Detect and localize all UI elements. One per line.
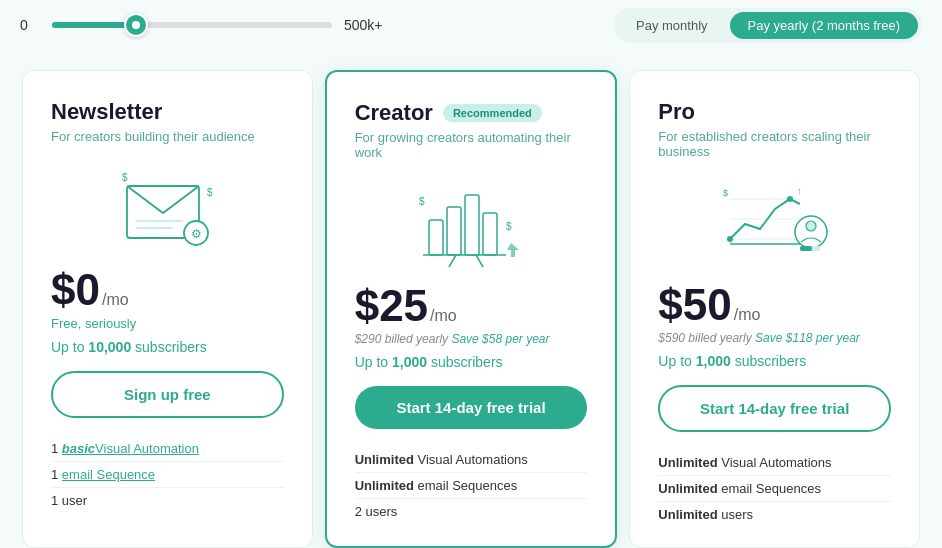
pay-yearly-button[interactable]: Pay yearly (2 months free): [730, 12, 918, 39]
pro-features-list: Unlimited Visual Automations Unlimited e…: [658, 450, 891, 527]
svg-rect-28: [800, 246, 812, 251]
newsletter-feature-2: 1 email Sequence: [51, 461, 284, 487]
newsletter-price-row: $0 /mo: [51, 268, 284, 312]
newsletter-cta-button[interactable]: Sign up free: [51, 371, 284, 418]
creator-price: $25: [355, 284, 428, 328]
svg-text:$: $: [207, 187, 213, 198]
newsletter-sub-prefix: Up to: [51, 339, 88, 355]
pro-plan-header: Pro: [658, 99, 891, 125]
newsletter-price-note: Free, seriously: [51, 316, 284, 331]
creator-illustration: $ $: [355, 172, 588, 272]
pro-subscribers: Up to 1,000 subscribers: [658, 353, 891, 369]
pro-plan-card: Pro For established creators scaling the…: [629, 70, 920, 548]
pro-price-sub: $590 billed yearly Save $118 per year: [658, 331, 891, 345]
svg-rect-7: [429, 220, 443, 255]
pay-monthly-button[interactable]: Pay monthly: [618, 12, 726, 39]
pro-sub-prefix: Up to: [658, 353, 695, 369]
newsletter-feature-3: 1 user: [51, 487, 284, 513]
pro-feature-3: Unlimited users: [658, 501, 891, 527]
pro-feature-1: Unlimited Visual Automations: [658, 450, 891, 475]
pro-chart-svg: $ ↑: [715, 174, 835, 269]
svg-line-13: [476, 255, 483, 267]
slider-min-label: 0: [20, 17, 40, 33]
pro-price: $50: [658, 283, 731, 327]
creator-yearly-price: $290 billed yearly: [355, 332, 448, 346]
newsletter-features-list: 1 basicVisual Automation 1 email Sequenc…: [51, 436, 284, 513]
svg-text:↑: ↑: [797, 186, 802, 196]
pro-plan-name: Pro: [658, 99, 695, 125]
pro-price-save: Save $118 per year: [755, 331, 860, 345]
envelope-svg: ⚙ $ $: [112, 161, 222, 251]
pro-sub-suffix: subscribers: [731, 353, 806, 369]
pro-price-row: $50 /mo: [658, 283, 891, 327]
svg-point-21: [787, 196, 793, 202]
creator-sub-count: 1,000: [392, 354, 427, 370]
newsletter-illustration: ⚙ $ $: [51, 156, 284, 256]
creator-period: /mo: [430, 307, 457, 325]
newsletter-feature-1: 1 basicVisual Automation: [51, 436, 284, 461]
creator-feature-2: Unlimited email Sequences: [355, 472, 588, 498]
slider-thumb[interactable]: [124, 13, 148, 37]
svg-line-12: [449, 255, 456, 267]
newsletter-period: /mo: [102, 291, 129, 309]
creator-chart-svg: $ $: [411, 175, 531, 270]
pro-illustration: $ ↑: [658, 171, 891, 271]
svg-rect-10: [483, 213, 497, 255]
creator-plan-name: Creator: [355, 100, 433, 126]
plans-container: Newsletter For creators building their a…: [0, 50, 942, 548]
svg-point-20: [727, 236, 733, 242]
creator-plan-card: Creator Recommended For growing creators…: [325, 70, 618, 548]
creator-sub-prefix: Up to: [355, 354, 392, 370]
top-bar: 0 500k+ Pay monthly Pay yearly (2 months…: [0, 0, 942, 50]
svg-text:$: $: [723, 188, 728, 198]
svg-text:$: $: [122, 172, 128, 183]
creator-feature-3: 2 users: [355, 498, 588, 524]
newsletter-plan-name: Newsletter: [51, 99, 162, 125]
newsletter-subscribers: Up to 10,000 subscribers: [51, 339, 284, 355]
pro-period: /mo: [734, 306, 761, 324]
newsletter-plan-card: Newsletter For creators building their a…: [22, 70, 313, 548]
pro-yearly-price: $590 billed yearly: [658, 331, 751, 345]
pro-sub-count: 1,000: [696, 353, 731, 369]
slider-thumb-inner: [132, 21, 140, 29]
svg-text:$: $: [419, 196, 425, 207]
creator-cta-button[interactable]: Start 14-day free trial: [355, 386, 588, 429]
pro-cta-button[interactable]: Start 14-day free trial: [658, 385, 891, 432]
newsletter-sub-suffix: subscribers: [131, 339, 206, 355]
creator-plan-header: Creator Recommended: [355, 100, 588, 126]
subscriber-slider-section: 0 500k+: [20, 17, 614, 33]
svg-text:$: $: [506, 221, 512, 232]
newsletter-plan-header: Newsletter: [51, 99, 284, 125]
svg-point-24: [806, 221, 816, 231]
creator-sub-suffix: subscribers: [427, 354, 502, 370]
svg-text:⚙: ⚙: [191, 227, 202, 241]
creator-feature-1: Unlimited Visual Automations: [355, 447, 588, 472]
creator-subscribers: Up to 1,000 subscribers: [355, 354, 588, 370]
creator-price-row: $25 /mo: [355, 284, 588, 328]
newsletter-price: $0: [51, 268, 100, 312]
creator-plan-subtitle: For growing creators automating their wo…: [355, 130, 588, 160]
slider-max-label: 500k+: [344, 17, 383, 33]
creator-price-save: Save $58 per year: [451, 332, 549, 346]
creator-features-list: Unlimited Visual Automations Unlimited e…: [355, 447, 588, 524]
slider-track[interactable]: [52, 22, 332, 28]
pro-plan-subtitle: For established creators scaling their b…: [658, 129, 891, 159]
newsletter-plan-subtitle: For creators building their audience: [51, 129, 284, 144]
pro-feature-2: Unlimited email Sequences: [658, 475, 891, 501]
svg-rect-8: [447, 207, 461, 255]
newsletter-sub-count: 10,000: [88, 339, 131, 355]
creator-price-sub: $290 billed yearly Save $58 per year: [355, 332, 588, 346]
svg-marker-16: [507, 243, 519, 257]
recommended-badge: Recommended: [443, 104, 542, 122]
billing-toggle: Pay monthly Pay yearly (2 months free): [614, 8, 922, 43]
svg-rect-9: [465, 195, 479, 255]
